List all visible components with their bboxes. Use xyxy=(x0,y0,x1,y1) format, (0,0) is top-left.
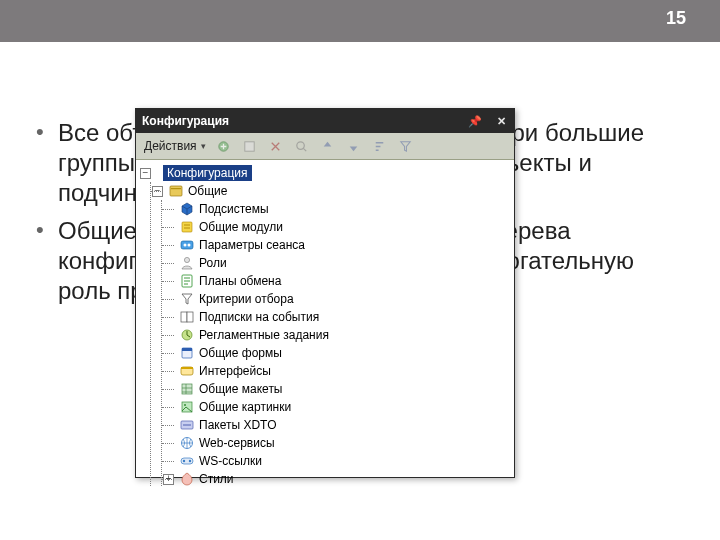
tree-children: ПодсистемыОбщие модулиПараметры сеансаРо… xyxy=(161,200,510,486)
svg-point-11 xyxy=(184,257,189,262)
toolbar-up-icon[interactable] xyxy=(318,136,338,156)
sub-icon xyxy=(179,309,195,325)
tree-node[interactable]: Роли xyxy=(162,254,510,272)
svg-point-26 xyxy=(183,460,185,462)
tree-node[interactable]: Web-сервисы xyxy=(162,434,510,452)
config-tree[interactable]: − Конфигурация −ОбщиеПодсистемыОбщие мод… xyxy=(136,160,514,486)
svg-rect-19 xyxy=(181,367,193,369)
svg-rect-17 xyxy=(182,348,192,351)
window-title: Конфигурация xyxy=(142,114,468,128)
tree-node-label: Критерии отбора xyxy=(199,291,294,307)
tree-node-label: Пакеты XDTO xyxy=(199,417,277,433)
actions-menu[interactable]: Действия ▾ xyxy=(142,136,208,156)
tree-node-label: Общие макеты xyxy=(199,381,283,397)
actions-label: Действия xyxy=(144,139,197,153)
style-icon xyxy=(179,471,195,486)
expander-slot[interactable]: − xyxy=(151,186,164,197)
web-icon xyxy=(179,435,195,451)
tree-node[interactable]: Общие макеты xyxy=(162,380,510,398)
tree-node-label: Параметры сеанса xyxy=(199,237,305,253)
tree-node-label: Общие формы xyxy=(199,345,282,361)
window-titlebar[interactable]: Конфигурация 📌 ✕ xyxy=(136,109,514,133)
tmpl-icon xyxy=(179,381,195,397)
tree-node-label: Стили xyxy=(199,471,234,486)
tree-node[interactable]: Общие модули xyxy=(162,218,510,236)
svg-rect-6 xyxy=(171,188,181,189)
module-icon xyxy=(179,219,195,235)
svg-point-22 xyxy=(184,404,186,406)
tree-root-label: Конфигурация xyxy=(163,165,252,181)
common-icon xyxy=(168,183,184,199)
tree-node[interactable]: WS-ссылки xyxy=(162,452,510,470)
chevron-down-icon: ▾ xyxy=(201,141,206,151)
cube-icon xyxy=(179,201,195,217)
svg-point-2 xyxy=(297,141,305,149)
toolbar-edit-icon[interactable] xyxy=(240,136,260,156)
close-icon[interactable]: ✕ xyxy=(495,115,508,128)
svg-rect-20 xyxy=(182,384,192,394)
svg-point-10 xyxy=(188,244,191,247)
svg-point-9 xyxy=(184,244,187,247)
svg-rect-1 xyxy=(245,141,254,150)
svg-rect-8 xyxy=(181,241,193,249)
page-number: 15 xyxy=(666,8,686,29)
task-icon xyxy=(179,327,195,343)
tree-node[interactable]: Общие формы xyxy=(162,344,510,362)
tree-node[interactable]: Пакеты XDTO xyxy=(162,416,510,434)
svg-rect-7 xyxy=(182,222,192,232)
toolbar-add-icon[interactable] xyxy=(214,136,234,156)
tree-node[interactable]: Общие картинки xyxy=(162,398,510,416)
expander-icon[interactable]: + xyxy=(163,474,174,485)
pic-icon xyxy=(179,399,195,415)
tree-node[interactable]: +Стили xyxy=(162,470,510,486)
tree-children: −ОбщиеПодсистемыОбщие модулиПараметры се… xyxy=(150,182,510,486)
slide: 15 Все объекты конфигурации делятся на т… xyxy=(0,0,720,540)
tree-node[interactable]: Планы обмена xyxy=(162,272,510,290)
expander-slot[interactable]: + xyxy=(162,474,175,485)
tree-node-label: Подписки на события xyxy=(199,309,319,325)
toolbar-find-icon[interactable] xyxy=(292,136,312,156)
tree-root[interactable]: − Конфигурация xyxy=(140,164,510,182)
tree-node-label: Общие картинки xyxy=(199,399,291,415)
expander-icon[interactable]: − xyxy=(140,168,151,179)
pin-icon[interactable]: 📌 xyxy=(468,115,481,128)
iface-icon xyxy=(179,363,195,379)
svg-rect-14 xyxy=(187,312,193,322)
tree-node[interactable]: −Общие xyxy=(151,182,510,200)
window-toolbar: Действия ▾ xyxy=(136,133,514,160)
svg-point-27 xyxy=(189,460,191,462)
session-icon xyxy=(179,237,195,253)
tree-node-label: Подсистемы xyxy=(199,201,269,217)
tree-node[interactable]: Критерии отбора xyxy=(162,290,510,308)
tree-node[interactable]: Подписки на события xyxy=(162,308,510,326)
tree-node-label: Общие xyxy=(188,183,227,199)
xdto-icon xyxy=(179,417,195,433)
tree-node-label: Планы обмена xyxy=(199,273,281,289)
tree-node-label: WS-ссылки xyxy=(199,453,262,469)
svg-rect-13 xyxy=(181,312,187,322)
ws-icon xyxy=(179,453,195,469)
toolbar-delete-icon[interactable] xyxy=(266,136,286,156)
tree-node-label: Общие модули xyxy=(199,219,283,235)
config-window: Конфигурация 📌 ✕ Действия ▾ − xyxy=(135,108,515,478)
slide-header: 15 xyxy=(0,0,720,42)
tree-node[interactable]: Подсистемы xyxy=(162,200,510,218)
expander-icon[interactable]: − xyxy=(152,186,163,197)
tree-node-label: Интерфейсы xyxy=(199,363,271,379)
tree-node-label: Регламентные задания xyxy=(199,327,329,343)
filter-icon xyxy=(179,291,195,307)
tree-node-label: Web-сервисы xyxy=(199,435,275,451)
toolbar-sort-icon[interactable] xyxy=(370,136,390,156)
role-icon xyxy=(179,255,195,271)
form-icon xyxy=(179,345,195,361)
svg-rect-5 xyxy=(170,186,182,196)
tree-node[interactable]: Параметры сеанса xyxy=(162,236,510,254)
tree-node[interactable]: Регламентные задания xyxy=(162,326,510,344)
toolbar-down-icon[interactable] xyxy=(344,136,364,156)
plan-icon xyxy=(179,273,195,289)
tree-node[interactable]: Интерфейсы xyxy=(162,362,510,380)
tree-node-label: Роли xyxy=(199,255,227,271)
toolbar-filter-icon[interactable] xyxy=(396,136,416,156)
